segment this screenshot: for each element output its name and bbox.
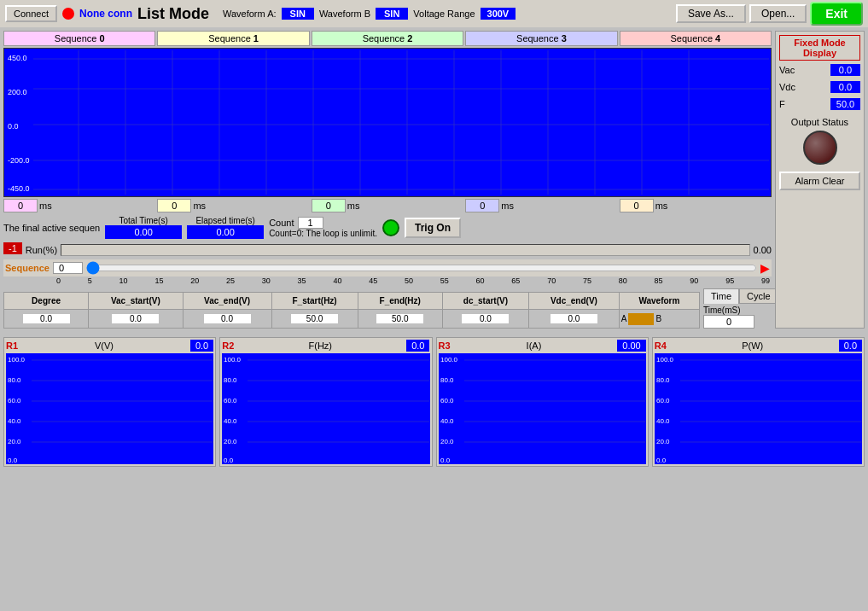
wf-a-label: A [621,314,627,323]
run-row: Run(%) 0.00 [26,244,772,256]
final-seq-row: -1 Run(%) 0.00 [3,241,772,256]
sequence-slider[interactable] [86,261,757,275]
voltage-range-value[interactable]: 300V [481,8,516,20]
seq-tab-1-num: 1 [253,33,259,44]
meter-r1-value: 0.0 [190,340,213,352]
time-unit-3: ms [501,201,514,211]
meter-r4-value: 0.0 [839,340,862,352]
meter-r4-chart: 100.0 80.0 60.0 40.0 20.0 0.0 [655,353,862,464]
waveform-a-value[interactable]: SIN [282,8,314,20]
time-cell-2: ms [312,199,463,212]
time-unit-0: ms [39,201,52,211]
meter-r4-label: R4 [655,340,667,351]
meter-r3-unit-spinbox[interactable]: I(A) [527,340,542,351]
sequence-tab-2[interactable]: Sequence 2 [312,31,463,46]
exit-button[interactable]: Exit [810,2,863,26]
meter-r3-label: R3 [439,340,451,351]
col-vac-end: Vac_end(V) [183,293,271,310]
param-degree-input[interactable] [23,314,70,323]
meter-r1-unit-spinbox[interactable]: V(V) [95,340,114,351]
waveform-b-value[interactable]: SIN [376,8,408,20]
param-f-end-input[interactable] [376,314,423,323]
alarm-clear-button[interactable]: Alarm Clear [779,172,860,190]
loop-text: Count=0: The loop is unlimit. [269,229,377,238]
time-cell-0: ms [3,199,155,212]
output-status-label: Output Status [779,117,860,127]
param-vac-start-input[interactable] [112,314,159,323]
sequence-tab-0[interactable]: Sequence 0 [3,31,155,46]
sequence-tab-3[interactable]: Sequence 3 [465,31,617,46]
svg-text:20.0: 20.0 [224,438,237,445]
cycle-tab[interactable]: Cycle [739,288,778,304]
svg-text:0.0: 0.0 [8,457,18,464]
seq-tab-2-label: Sequence [363,33,405,44]
meter-r2-header: R2 F(Hz) 0.0 [222,340,429,352]
f-label: F [779,99,785,109]
time-tab[interactable]: Time [703,288,739,304]
waveform-b-label: Waveform B [319,9,370,19]
control-row: The final active sequen Total Time(s) 0.… [3,216,772,239]
connect-button[interactable]: Connect [5,5,57,22]
seq-tab-3-num: 3 [562,33,567,44]
svg-text:80.0: 80.0 [656,376,670,384]
sequence-tab-4[interactable]: Sequence 4 [620,31,772,46]
param-vac-end-input[interactable] [204,314,251,323]
param-vdc-end-input[interactable] [551,314,597,323]
final-seq-label: The final active sequen [3,223,100,233]
save-as-button[interactable]: Save As... [676,4,746,23]
svg-text:20.0: 20.0 [8,438,21,445]
elapsed-section: Elapsed time(s) 0.00 [187,216,264,239]
meter-r2-value: 0.0 [406,340,429,352]
col-waveform: Waveform [619,293,699,310]
vac-label: Vac [779,65,795,75]
sequence-tab-1[interactable]: Sequence 1 [157,31,309,46]
param-dc-start-input[interactable] [462,314,509,323]
open-button[interactable]: Open... [749,4,807,23]
time-input-4[interactable] [620,199,654,212]
col-f-end: F_end(Hz) [358,293,442,310]
waveform-preview[interactable] [628,313,654,325]
svg-text:20.0: 20.0 [440,438,454,445]
run-value: 0.00 [754,245,772,255]
seq-tab-4-label: Sequence [670,33,713,44]
time-cell-3: ms [465,199,617,212]
svg-text:60.0: 60.0 [224,397,237,404]
f-value: 50.0 [830,98,860,110]
svg-text:0.0: 0.0 [224,457,234,464]
time-input-0[interactable] [3,199,38,212]
svg-text:0.0: 0.0 [440,457,451,464]
seq-tab-3-label: Sequence [516,33,559,44]
total-time-value: 0.00 [105,225,182,239]
param-f-start-input[interactable] [291,314,338,323]
trig-button[interactable]: Trig On [405,218,461,238]
count-input[interactable] [298,217,323,229]
meter-r1: R1 V(V) 0.0 100.0 80.0 60.0 40.0 20.0 0.… [3,337,216,467]
svg-text:80.0: 80.0 [8,376,21,384]
meter-r2-unit-spinbox[interactable]: F(Hz) [309,340,333,351]
output-status-dot [803,131,837,165]
total-time-label: Total Time(s) [119,216,168,225]
right-panel: Fixed Mode Display Vac 0.0 Vdc 0.0 F 50.… [775,31,865,329]
svg-text:60.0: 60.0 [8,397,21,404]
meter-r3-chart: 100.0 80.0 60.0 40.0 20.0 0.0 [439,353,646,464]
col-dc-start: dc_start(V) [442,293,528,310]
time-ms-input[interactable] [703,315,754,329]
time-unit-1: ms [193,201,206,211]
col-vac-start: Vac_start(V) [89,293,183,310]
svg-text:450.0: 450.0 [8,54,27,62]
wf-b-label: B [655,314,661,323]
meter-r1-header: R1 V(V) 0.0 [6,340,213,352]
time-input-3[interactable] [465,199,499,212]
count-row: Count [269,217,377,229]
meter-r4-unit-spinbox[interactable]: P(W) [742,340,763,351]
param-f-start-cell [271,310,358,329]
time-input-2[interactable] [312,199,346,212]
time-input-1[interactable] [157,199,191,212]
meter-r1-label: R1 [6,340,18,351]
time-cycle-tabs: Time Cycle [703,288,772,304]
time-unit-4: ms [655,201,668,211]
param-degree-cell [4,310,89,329]
sequence-spinbox[interactable] [53,262,83,274]
time-cell-4: ms [620,199,772,212]
sequence-arrow-icon: ▶ [760,261,770,275]
